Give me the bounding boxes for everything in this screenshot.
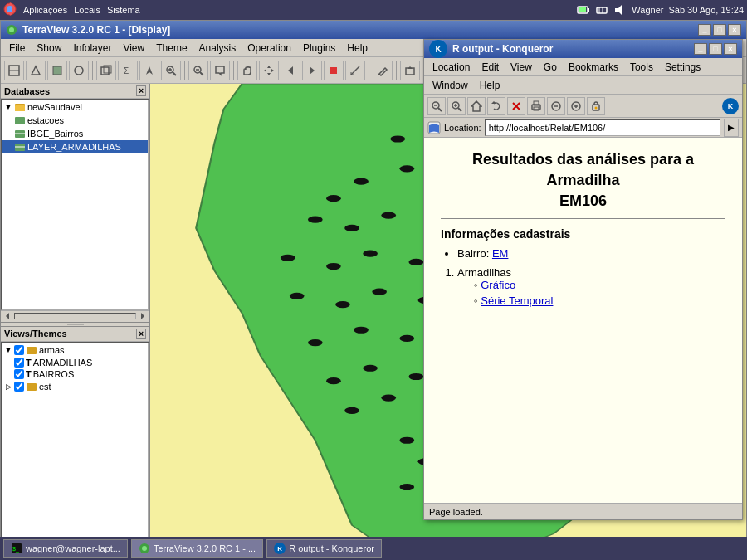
system-menu[interactable]: Sistema bbox=[107, 5, 140, 15]
bairros-checkbox[interactable] bbox=[14, 369, 24, 379]
taskbar-item-1[interactable]: TerraView 3.2.0 RC 1 - ... bbox=[131, 539, 263, 558]
tool-btn-7[interactable] bbox=[139, 61, 159, 80]
armadilhas-checkbox[interactable] bbox=[14, 358, 24, 368]
svg-point-90 bbox=[372, 289, 387, 295]
view-est[interactable]: ▷ est bbox=[2, 380, 148, 393]
r-menu-settings[interactable]: Settings bbox=[660, 60, 706, 75]
r-serie-temporal-link[interactable]: Série Temporal bbox=[481, 295, 553, 307]
r-armadilhas-item: Armadilhas Gráfico Série Temporal bbox=[457, 266, 725, 307]
menu-infolayer[interactable]: Infolayer bbox=[68, 41, 116, 56]
svg-line-29 bbox=[351, 66, 359, 75]
r-zoom-out-2[interactable] bbox=[547, 97, 565, 115]
theme-bairros-label[interactable]: BAIRROS bbox=[33, 369, 75, 379]
taskbar-item-0[interactable]: $_ wagner@wagner-lapt... bbox=[3, 539, 128, 558]
menu-view[interactable]: View bbox=[118, 41, 149, 56]
est-checkbox[interactable] bbox=[14, 382, 24, 392]
system-bar-left: Aplicações Locais Sistema bbox=[3, 2, 577, 17]
r-close-button[interactable]: × bbox=[724, 43, 737, 55]
r-zoom-in[interactable] bbox=[447, 97, 466, 115]
firefox-icon[interactable] bbox=[3, 2, 17, 17]
r-bairro-link[interactable]: EM bbox=[492, 247, 509, 260]
tree-item-layer-armadilhas[interactable]: LAYER_ARMADILHAS bbox=[2, 140, 148, 153]
tool-pan[interactable] bbox=[259, 61, 279, 80]
theme-armadilhas-label[interactable]: ARMADILHAS bbox=[33, 358, 93, 368]
r-stop[interactable] bbox=[507, 97, 525, 115]
r-security[interactable] bbox=[587, 97, 605, 115]
theme-armadilhas[interactable]: T ARMADILHAS bbox=[2, 357, 148, 368]
tree-item-root-expand[interactable]: ▼ newSaudavel bbox=[2, 100, 148, 114]
theme-T-label-2: T bbox=[26, 369, 32, 379]
maximize-button[interactable]: □ bbox=[713, 24, 726, 36]
layer-label-estacoes[interactable]: estacoes bbox=[27, 115, 64, 125]
terraview-titlebar-buttons: _ □ × bbox=[698, 24, 741, 36]
layer-label-armadilhas-db[interactable]: LAYER_ARMADILHAS bbox=[27, 142, 121, 152]
close-button[interactable]: × bbox=[728, 24, 741, 36]
theme-bairros[interactable]: T BAIRROS bbox=[2, 368, 148, 380]
r-menu-window[interactable]: Window bbox=[427, 78, 473, 93]
r-zoom-in-2[interactable] bbox=[567, 97, 585, 115]
svg-point-10 bbox=[9, 27, 14, 32]
tool-stop[interactable] bbox=[324, 61, 344, 80]
tree-item-estacoes[interactable]: estacoes bbox=[2, 114, 148, 127]
r-menu-help[interactable]: Help bbox=[475, 78, 505, 93]
r-refresh[interactable] bbox=[487, 97, 505, 115]
menu-analysis[interactable]: Analysis bbox=[194, 41, 242, 56]
est-folder-icon bbox=[26, 381, 37, 392]
tool-arrow-left[interactable] bbox=[281, 61, 300, 80]
r-menu-bookmarks[interactable]: Bookmarks bbox=[564, 60, 623, 75]
scroll-left-icon[interactable] bbox=[2, 311, 12, 321]
r-menu-go[interactable]: Go bbox=[539, 60, 562, 75]
est-label[interactable]: est bbox=[39, 382, 51, 392]
minimize-button[interactable]: _ bbox=[698, 24, 711, 36]
svg-point-107 bbox=[326, 377, 341, 384]
views-close-btn[interactable]: × bbox=[136, 329, 146, 339]
view-checkbox[interactable] bbox=[14, 345, 24, 355]
tool-btn-3[interactable] bbox=[47, 61, 67, 80]
r-grafico-link[interactable]: Gráfico bbox=[481, 279, 515, 291]
svg-point-14 bbox=[75, 66, 83, 75]
databases-scrollbar[interactable] bbox=[1, 310, 149, 322]
tool-btn-10[interactable] bbox=[210, 61, 230, 80]
scroll-right-icon[interactable] bbox=[138, 311, 148, 321]
view-root-expand[interactable]: ▼ armas bbox=[2, 343, 148, 357]
tree-item-ibge[interactable]: IBGE_Bairros bbox=[2, 127, 148, 140]
view-root-label[interactable]: armas bbox=[39, 345, 65, 355]
r-maximize-button[interactable]: □ bbox=[709, 43, 722, 55]
tool-pencil[interactable] bbox=[373, 61, 393, 80]
r-menu-view[interactable]: View bbox=[505, 60, 537, 75]
local-menu[interactable]: Locais bbox=[74, 5, 100, 15]
r-menu-location[interactable]: Location bbox=[427, 60, 475, 75]
tool-btn-2[interactable] bbox=[26, 61, 46, 80]
menu-help[interactable]: Help bbox=[342, 41, 373, 56]
menu-operation[interactable]: Operation bbox=[242, 41, 296, 56]
r-print[interactable] bbox=[527, 97, 545, 115]
databases-close-btn[interactable]: × bbox=[136, 85, 146, 96]
tool-arrow-right[interactable] bbox=[302, 61, 322, 80]
tool-btn-6[interactable]: Σ bbox=[118, 61, 138, 80]
apps-menu[interactable]: Aplicações bbox=[23, 5, 67, 15]
menu-plugins[interactable]: Plugins bbox=[298, 41, 340, 56]
tool-btn-1[interactable] bbox=[4, 61, 24, 80]
r-home[interactable] bbox=[467, 97, 486, 115]
tool-btn-hand[interactable] bbox=[237, 61, 257, 80]
r-minimize-button[interactable]: _ bbox=[694, 43, 707, 55]
location-input[interactable] bbox=[485, 119, 720, 136]
menu-theme[interactable]: Theme bbox=[151, 41, 192, 56]
tool-btn-5[interactable] bbox=[96, 61, 116, 80]
r-menu-tools[interactable]: Tools bbox=[625, 60, 658, 75]
tool-measure[interactable] bbox=[345, 61, 365, 80]
tool-import[interactable] bbox=[400, 61, 420, 80]
tool-btn-9[interactable] bbox=[188, 61, 208, 80]
svg-rect-3 bbox=[588, 8, 589, 12]
taskbar-item-2[interactable]: K R output - Konqueror bbox=[266, 539, 382, 558]
location-go-btn[interactable]: ▶ bbox=[724, 119, 739, 137]
layer-label-ibge[interactable]: IBGE_Bairros bbox=[27, 129, 83, 139]
menu-file[interactable]: File bbox=[4, 41, 30, 56]
r-serie-temporal-item: Série Temporal bbox=[474, 295, 725, 307]
menu-show[interactable]: Show bbox=[32, 41, 66, 56]
tool-btn-8[interactable] bbox=[161, 61, 181, 80]
r-menu-edit[interactable]: Edit bbox=[476, 60, 504, 75]
tool-btn-4[interactable] bbox=[69, 61, 89, 80]
db-root-label[interactable]: newSaudavel bbox=[27, 102, 82, 112]
r-zoom-out[interactable] bbox=[427, 97, 446, 115]
